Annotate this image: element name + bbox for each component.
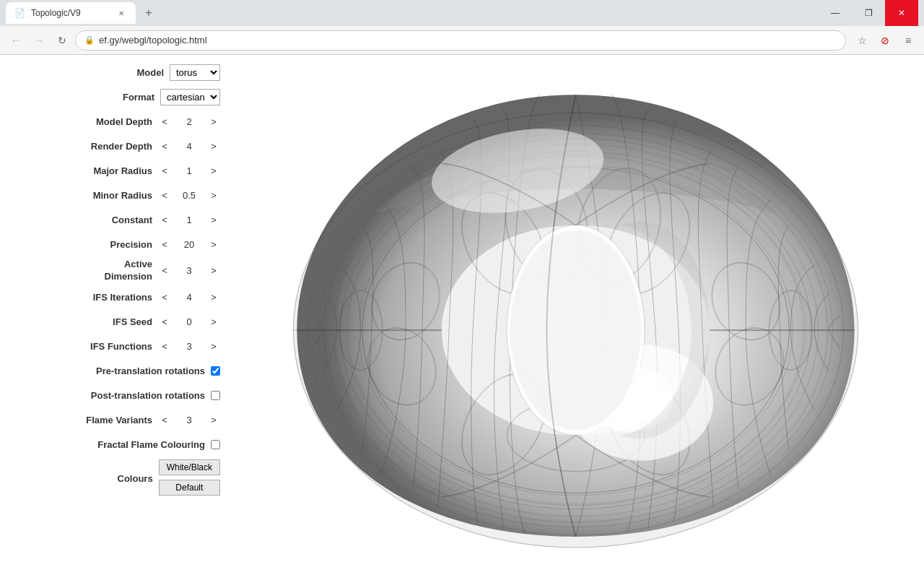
- colours-label: Colours: [7, 473, 159, 484]
- render-depth-increment[interactable]: >: [207, 141, 220, 152]
- tab-icon: 📄: [14, 8, 25, 18]
- major-radius-decrement[interactable]: <: [158, 165, 171, 176]
- model-depth-increment[interactable]: >: [207, 116, 220, 127]
- ifs-functions-decrement[interactable]: <: [158, 341, 171, 352]
- minimize-button[interactable]: —: [819, 0, 852, 26]
- ifs-iterations-row: IFS Iterations < 4 >: [7, 288, 220, 308]
- pre-translation-checkbox-area: [211, 366, 220, 376]
- model-select[interactable]: torus sphere cube: [170, 64, 220, 81]
- precision-decrement[interactable]: <: [158, 239, 171, 250]
- render-depth-value: 4: [171, 141, 207, 152]
- tab-close-button[interactable]: ✕: [116, 7, 127, 19]
- format-row: Format cartesian polar: [7, 87, 220, 107]
- active-dimension-increment[interactable]: >: [207, 265, 220, 276]
- precision-increment[interactable]: >: [207, 239, 220, 250]
- page-content: Model torus sphere cube Format cartesian…: [0, 55, 924, 562]
- title-bar: 📄 Topologic/V9 ✕ + — ❐ ✕: [0, 0, 924, 26]
- fractal-flame-row: Fractal Flame Colouring: [7, 435, 220, 455]
- flame-variants-value: 3: [171, 415, 207, 425]
- post-translation-row: Post-translation rotations: [7, 386, 220, 406]
- ifs-seed-row: IFS Seed < 0 >: [7, 312, 220, 332]
- adblock-button[interactable]: ⊘: [875, 30, 895, 51]
- ifs-functions-increment[interactable]: >: [207, 341, 220, 352]
- pre-translation-label: Pre-translation rotations: [7, 366, 211, 376]
- white-black-button[interactable]: White/Black: [159, 459, 220, 475]
- torus-canvas: [227, 55, 924, 562]
- canvas-area[interactable]: [227, 55, 924, 562]
- tab-title: Topologic/V9: [31, 8, 110, 18]
- torus-body: [293, 95, 858, 548]
- active-dimension-row: ActiveDimension < 3 >: [7, 259, 220, 283]
- svg-point-30: [510, 230, 641, 431]
- back-button[interactable]: ←: [6, 30, 26, 51]
- ifs-iterations-label: IFS Iterations: [7, 292, 158, 303]
- constant-label: Constant: [7, 215, 158, 225]
- pre-translation-row: Pre-translation rotations: [7, 361, 220, 381]
- active-tab[interactable]: 📄 Topologic/V9 ✕: [6, 2, 136, 24]
- close-button[interactable]: ✕: [885, 0, 918, 26]
- model-depth-decrement[interactable]: <: [158, 116, 171, 127]
- back-icon: ←: [11, 35, 21, 46]
- minor-radius-row: Minor Radius < 0.5 >: [7, 185, 220, 205]
- model-depth-row: Model Depth < 2 >: [7, 111, 220, 131]
- constant-value: 1: [171, 215, 207, 225]
- bookmark-button[interactable]: ☆: [852, 30, 872, 51]
- lock-icon: 🔒: [84, 35, 95, 45]
- flame-variants-row: Flame Variants < 3 >: [7, 410, 220, 431]
- ifs-seed-decrement[interactable]: <: [158, 316, 171, 327]
- flame-variants-decrement[interactable]: <: [158, 415, 171, 425]
- colour-buttons: White/Black Default: [159, 459, 220, 498]
- model-row: Model torus sphere cube: [7, 62, 220, 82]
- constant-increment[interactable]: >: [207, 215, 220, 225]
- pre-translation-checkbox[interactable]: [211, 366, 220, 376]
- precision-row: Precision < 20 >: [7, 234, 220, 254]
- default-button[interactable]: Default: [159, 480, 220, 496]
- address-bar[interactable]: 🔒 ef.gy/webgl/topologic.html: [75, 30, 846, 51]
- ifs-functions-row: IFS Functions < 3 >: [7, 337, 220, 357]
- menu-icon: ≡: [905, 35, 911, 46]
- active-dimension-decrement[interactable]: <: [158, 265, 171, 276]
- nav-bar: ← → ↻ 🔒 ef.gy/webgl/topologic.html ☆ ⊘ ≡: [0, 26, 924, 55]
- fractal-flame-checkbox[interactable]: [211, 440, 220, 449]
- minor-radius-decrement[interactable]: <: [158, 190, 171, 201]
- refresh-button[interactable]: ↻: [52, 30, 72, 51]
- restore-button[interactable]: ❐: [852, 0, 885, 26]
- fractal-flame-label: Fractal Flame Colouring: [7, 439, 211, 450]
- model-depth-value: 2: [171, 116, 207, 127]
- forward-button[interactable]: →: [29, 30, 49, 51]
- left-panel: Model torus sphere cube Format cartesian…: [0, 55, 227, 562]
- format-select[interactable]: cartesian polar: [160, 89, 220, 105]
- menu-button[interactable]: ≡: [898, 30, 918, 51]
- render-depth-label: Render Depth: [7, 141, 158, 152]
- ifs-iterations-decrement[interactable]: <: [158, 292, 171, 303]
- active-dimension-value: 3: [171, 265, 207, 276]
- constant-decrement[interactable]: <: [158, 215, 171, 225]
- flame-variants-increment[interactable]: >: [207, 415, 220, 425]
- ifs-iterations-value: 4: [171, 292, 207, 303]
- fractal-flame-checkbox-area: [211, 440, 220, 449]
- minor-radius-increment[interactable]: >: [207, 190, 220, 201]
- model-depth-label: Model Depth: [7, 116, 158, 127]
- major-radius-row: Major Radius < 1 >: [7, 160, 220, 181]
- post-translation-checkbox-area: [211, 391, 220, 400]
- major-radius-label: Major Radius: [7, 165, 158, 176]
- ifs-functions-value: 3: [171, 341, 207, 352]
- format-label: Format: [7, 92, 160, 103]
- window-controls: — ❐ ✕: [819, 0, 918, 26]
- new-tab-button[interactable]: +: [139, 3, 159, 23]
- render-depth-decrement[interactable]: <: [158, 141, 171, 152]
- ifs-iterations-increment[interactable]: >: [207, 292, 220, 303]
- ifs-seed-increment[interactable]: >: [207, 316, 220, 327]
- minor-radius-label: Minor Radius: [7, 190, 158, 201]
- star-icon: ☆: [858, 35, 867, 46]
- adblock-icon: ⊘: [881, 35, 889, 46]
- minor-radius-value: 0.5: [171, 190, 207, 201]
- ifs-seed-label: IFS Seed: [7, 316, 158, 327]
- major-radius-increment[interactable]: >: [207, 165, 220, 176]
- nav-icons: ☆ ⊘ ≡: [852, 30, 918, 51]
- forward-icon: →: [34, 35, 44, 46]
- post-translation-checkbox[interactable]: [211, 391, 220, 400]
- refresh-icon: ↻: [58, 35, 66, 46]
- precision-label: Precision: [7, 239, 158, 250]
- precision-value: 20: [171, 239, 207, 250]
